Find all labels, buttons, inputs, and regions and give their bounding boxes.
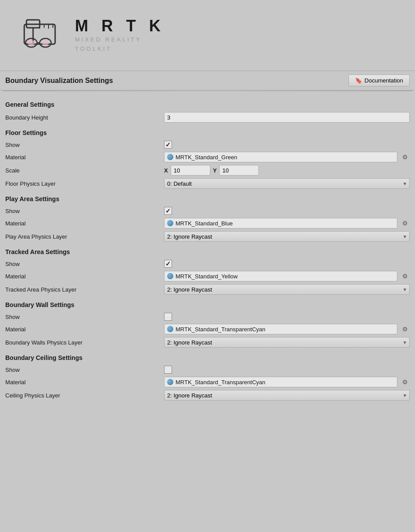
tracked-area-material-name: MRTK_Standard_Yellow bbox=[176, 273, 394, 280]
tracked-area-show-checkbox-wrapper[interactable] bbox=[164, 260, 172, 268]
tracked-area-show-control bbox=[164, 260, 410, 268]
floor-scale-label: Scale bbox=[5, 167, 164, 174]
floor-scale-row: Scale X Y bbox=[5, 164, 410, 177]
tracked-area-material-label: Material bbox=[5, 273, 164, 280]
floor-material-field[interactable]: MRTK_Standard_Green bbox=[164, 152, 397, 162]
documentation-button[interactable]: 🔖 Documentation bbox=[348, 75, 410, 86]
floor-physics-layer-row: Floor Physics Layer 0: Default 1: Transp… bbox=[5, 177, 410, 190]
play-area-show-checkbox-wrapper[interactable] bbox=[164, 207, 172, 215]
boundary-wall-settings-header: Boundary Wall Settings bbox=[5, 301, 410, 308]
doc-icon: 🔖 bbox=[355, 77, 362, 84]
boundary-wall-show-checkbox-wrapper[interactable] bbox=[164, 313, 172, 321]
floor-physics-layer-label: Floor Physics Layer bbox=[5, 180, 164, 187]
logo bbox=[13, 9, 66, 62]
logo-subtitle-line2: TOOLKIT bbox=[75, 45, 165, 54]
boundary-walls-physics-layer-label: Boundary Walls Physics Layer bbox=[5, 339, 164, 346]
floor-show-checkbox-wrapper[interactable] bbox=[164, 141, 172, 149]
boundary-height-row: Boundary Height bbox=[5, 111, 410, 124]
tracked-area-physics-layer-select-wrapper: 0: Default 1: TransparentFX 2: Ignore Ra… bbox=[164, 284, 410, 295]
boundary-walls-physics-layer-select-wrapper: 0: Default 1: TransparentFX 2: Ignore Ra… bbox=[164, 337, 410, 348]
boundary-wall-material-globe-icon bbox=[167, 326, 173, 332]
general-settings-header: General Settings bbox=[5, 101, 410, 108]
play-area-show-checkbox[interactable] bbox=[164, 207, 172, 215]
boundary-wall-show-checkbox[interactable] bbox=[164, 313, 172, 321]
play-area-show-row: Show bbox=[5, 205, 410, 217]
boundary-ceiling-material-gear-button[interactable]: ⚙ bbox=[400, 377, 410, 387]
boundary-walls-physics-layer-control: 0: Default 1: TransparentFX 2: Ignore Ra… bbox=[164, 337, 410, 348]
floor-settings-header: Floor Settings bbox=[5, 129, 410, 136]
logo-subtitle-line1: MIXED REALITY bbox=[75, 35, 165, 45]
boundary-ceiling-material-name: MRTK_Standard_TransparentCyan bbox=[176, 379, 394, 386]
floor-show-checkbox[interactable] bbox=[164, 141, 172, 149]
tracked-area-show-label: Show bbox=[5, 261, 164, 267]
play-area-material-field[interactable]: MRTK_Standard_Blue bbox=[164, 218, 397, 229]
ceiling-physics-layer-select[interactable]: 0: Default 1: TransparentFX 2: Ignore Ra… bbox=[164, 390, 410, 401]
header: M R T K MIXED REALITY TOOLKIT bbox=[0, 0, 415, 66]
page-title: Boundary Visualization Settings bbox=[5, 77, 113, 85]
tracked-area-material-gear-button[interactable]: ⚙ bbox=[400, 271, 410, 281]
tracked-area-physics-layer-label: Tracked Area Physics Layer bbox=[5, 286, 164, 293]
ceiling-physics-layer-label: Ceiling Physics Layer bbox=[5, 392, 164, 399]
floor-show-row: Show bbox=[5, 139, 410, 150]
tracked-area-physics-layer-control: 0: Default 1: TransparentFX 2: Ignore Ra… bbox=[164, 284, 410, 295]
boundary-ceiling-show-checkbox-wrapper[interactable] bbox=[164, 366, 172, 374]
play-area-material-gear-button[interactable]: ⚙ bbox=[400, 218, 410, 228]
boundary-wall-material-control: MRTK_Standard_TransparentCyan ⚙ bbox=[164, 324, 410, 334]
ceiling-physics-layer-control: 0: Default 1: TransparentFX 2: Ignore Ra… bbox=[164, 390, 410, 401]
boundary-wall-show-control bbox=[164, 313, 410, 321]
boundary-wall-show-label: Show bbox=[5, 314, 164, 320]
boundary-height-input[interactable] bbox=[164, 112, 410, 123]
floor-material-gear-button[interactable]: ⚙ bbox=[400, 152, 410, 162]
play-area-settings-header: Play Area Settings bbox=[5, 195, 410, 202]
floor-physics-layer-select[interactable]: 0: Default 1: TransparentFX 2: Ignore Ra… bbox=[164, 178, 410, 189]
floor-scale-x-input[interactable] bbox=[171, 165, 210, 176]
floor-show-control bbox=[164, 141, 410, 149]
boundary-wall-material-label: Material bbox=[5, 326, 164, 333]
boundary-ceiling-material-field[interactable]: MRTK_Standard_TransparentCyan bbox=[164, 377, 397, 387]
floor-material-control: MRTK_Standard_Green ⚙ bbox=[164, 152, 410, 162]
floor-material-name: MRTK_Standard_Green bbox=[176, 154, 394, 161]
boundary-ceiling-show-checkbox[interactable] bbox=[164, 366, 172, 374]
boundary-wall-material-name: MRTK_Standard_TransparentCyan bbox=[176, 326, 394, 333]
tracked-area-material-row: Material MRTK_Standard_Yellow ⚙ bbox=[5, 270, 410, 283]
floor-scale-x-label: X bbox=[164, 167, 168, 174]
play-area-material-label: Material bbox=[5, 220, 164, 227]
boundary-wall-material-gear-button[interactable]: ⚙ bbox=[400, 324, 410, 334]
play-area-physics-layer-label: Play Area Physics Layer bbox=[5, 233, 164, 240]
ceiling-physics-layer-row: Ceiling Physics Layer 0: Default 1: Tran… bbox=[5, 389, 410, 402]
mrtk-logo-svg bbox=[15, 11, 64, 60]
tracked-area-physics-layer-row: Tracked Area Physics Layer 0: Default 1:… bbox=[5, 283, 410, 296]
tracked-area-material-control: MRTK_Standard_Yellow ⚙ bbox=[164, 271, 410, 281]
play-area-physics-layer-row: Play Area Physics Layer 0: Default 1: Tr… bbox=[5, 230, 410, 243]
play-area-material-globe-icon bbox=[167, 220, 173, 226]
play-area-material-row: Material MRTK_Standard_Blue ⚙ bbox=[5, 217, 410, 230]
boundary-ceiling-show-control bbox=[164, 366, 410, 374]
boundary-walls-physics-layer-row: Boundary Walls Physics Layer 0: Default … bbox=[5, 336, 410, 349]
floor-material-row: Material MRTK_Standard_Green ⚙ bbox=[5, 150, 410, 164]
floor-scale-y-input[interactable] bbox=[219, 165, 259, 176]
tracked-area-physics-layer-select[interactable]: 0: Default 1: TransparentFX 2: Ignore Ra… bbox=[164, 284, 410, 295]
svg-point-4 bbox=[28, 40, 35, 45]
doc-button-label: Documentation bbox=[365, 77, 403, 84]
boundary-walls-physics-layer-select[interactable]: 0: Default 1: TransparentFX 2: Ignore Ra… bbox=[164, 337, 410, 348]
logo-title: M R T K bbox=[75, 17, 165, 35]
boundary-ceiling-material-row: Material MRTK_Standard_TransparentCyan ⚙ bbox=[5, 375, 410, 389]
boundary-ceiling-material-globe-icon bbox=[167, 379, 173, 385]
play-area-physics-layer-control: 0: Default 1: TransparentFX 2: Ignore Ra… bbox=[164, 231, 410, 242]
boundary-ceiling-material-control: MRTK_Standard_TransparentCyan ⚙ bbox=[164, 377, 410, 387]
play-area-material-control: MRTK_Standard_Blue ⚙ bbox=[164, 218, 410, 229]
boundary-ceiling-show-label: Show bbox=[5, 367, 164, 373]
tracked-area-material-field[interactable]: MRTK_Standard_Yellow bbox=[164, 271, 397, 281]
boundary-wall-material-row: Material MRTK_Standard_TransparentCyan ⚙ bbox=[5, 322, 410, 336]
floor-scale-y-label: Y bbox=[213, 167, 217, 174]
boundary-wall-show-row: Show bbox=[5, 311, 410, 322]
floor-show-label: Show bbox=[5, 142, 164, 148]
floor-material-label: Material bbox=[5, 154, 164, 161]
boundary-wall-material-field[interactable]: MRTK_Standard_TransparentCyan bbox=[164, 324, 397, 334]
tracked-area-show-checkbox[interactable] bbox=[164, 260, 172, 268]
play-area-physics-layer-select[interactable]: 0: Default 1: TransparentFX 2: Ignore Ra… bbox=[164, 231, 410, 242]
boundary-ceiling-settings-header: Boundary Ceiling Settings bbox=[5, 354, 410, 361]
tracked-area-material-globe-icon bbox=[167, 273, 173, 279]
play-area-material-name: MRTK_Standard_Blue bbox=[176, 220, 394, 227]
play-area-show-label: Show bbox=[5, 208, 164, 214]
